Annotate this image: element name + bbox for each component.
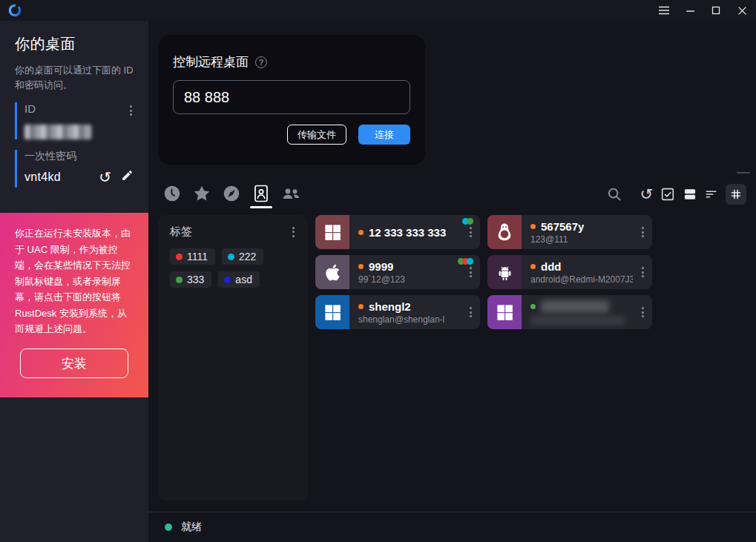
peer-tag-dots bbox=[464, 218, 473, 225]
view-grid-button[interactable] bbox=[726, 184, 746, 205]
minimize-button[interactable] bbox=[682, 2, 698, 19]
tag-label: 333 bbox=[187, 274, 204, 285]
peer-card[interactable]: shengl2shenglan@shenglan-l bbox=[315, 295, 480, 329]
help-icon[interactable]: ? bbox=[255, 56, 267, 68]
tag-pill[interactable]: 333 bbox=[170, 271, 211, 288]
tab-address-book[interactable] bbox=[252, 184, 270, 208]
peer-name-redacted bbox=[541, 300, 609, 313]
tags-panel: 标签 1111222333asd bbox=[158, 215, 308, 500]
tag-color-dot bbox=[176, 254, 183, 260]
id-section: ID bbox=[15, 102, 134, 139]
password-section: 一次性密码 vnt4kd ↺ bbox=[15, 150, 134, 188]
control-remote-desktop-card: 控制远程桌面 ? 传输文件 连接 bbox=[158, 35, 425, 165]
tab-recent-sessions[interactable] bbox=[163, 184, 181, 208]
sidebar-title: 你的桌面 bbox=[15, 34, 134, 54]
kebab-menu-icon bbox=[468, 305, 473, 319]
peer-card[interactable] bbox=[487, 295, 652, 329]
peer-menu-button[interactable] bbox=[640, 305, 645, 319]
peer-name: 567567y bbox=[541, 220, 584, 233]
sidebar-description: 你的桌面可以通过下面的 ID 和密码访问。 bbox=[15, 63, 134, 92]
kebab-menu-icon bbox=[468, 225, 473, 239]
transfer-file-button[interactable]: 传输文件 bbox=[287, 125, 346, 145]
main-panel: 控制远程桌面 ? 传输文件 连接 bbox=[148, 21, 756, 542]
tags-menu-button[interactable] bbox=[291, 225, 296, 239]
peer-menu-button[interactable] bbox=[468, 225, 473, 239]
id-menu-button[interactable] bbox=[128, 104, 134, 117]
peer-menu-button[interactable] bbox=[640, 225, 645, 239]
sort-button[interactable] bbox=[704, 187, 719, 202]
peer-menu-button[interactable] bbox=[468, 265, 473, 279]
search-button[interactable] bbox=[606, 186, 622, 202]
windows-icon bbox=[315, 215, 349, 249]
tag-color-dot bbox=[176, 277, 183, 283]
peer-subtitle: android@Redmi-M2007J3SC bbox=[530, 274, 633, 285]
install-button[interactable]: 安装 bbox=[20, 348, 128, 378]
id-label: ID bbox=[24, 102, 134, 115]
android-icon bbox=[487, 255, 522, 289]
kebab-menu-icon bbox=[468, 265, 473, 279]
kebab-menu-icon bbox=[128, 104, 134, 117]
refresh-password-icon[interactable]: ↺ bbox=[99, 170, 111, 185]
tag-pill[interactable]: 1111 bbox=[170, 248, 215, 265]
warning-text: 你正在运行未安装版本，由于 UAC 限制，作为被控端，会在某些情况下无法控制鼠标… bbox=[15, 228, 131, 334]
peer-menu-button[interactable] bbox=[640, 265, 645, 279]
tag-color-dot bbox=[224, 277, 231, 283]
statusbar: 就绪 bbox=[148, 512, 756, 542]
install-warning-banner: 你正在运行未安装版本，由于 UAC 限制，作为被控端，会在某些情况下无法控制鼠标… bbox=[0, 213, 148, 397]
kebab-menu-icon bbox=[640, 305, 645, 319]
password-value: vnt4kd bbox=[24, 171, 61, 184]
peer-grid: 12 333 333 333567567y123@111999999`12@12… bbox=[315, 215, 652, 500]
clock-icon bbox=[162, 184, 182, 203]
edit-password-icon[interactable] bbox=[121, 169, 134, 185]
peer-name: ddd bbox=[541, 260, 562, 273]
star-icon bbox=[192, 184, 211, 203]
password-label: 一次性密码 bbox=[24, 150, 134, 163]
id-value-redacted bbox=[24, 125, 91, 139]
tag-pill[interactable]: 222 bbox=[222, 248, 263, 265]
peer-status-dot bbox=[358, 304, 364, 309]
tag-label: 1111 bbox=[187, 251, 208, 262]
checkbox-icon bbox=[660, 186, 676, 202]
sort-icon bbox=[704, 187, 719, 202]
cards-view-icon bbox=[683, 187, 697, 202]
scrollbar-thumb[interactable] bbox=[737, 172, 750, 173]
tab-discovered[interactable] bbox=[223, 184, 240, 208]
connect-button[interactable]: 连接 bbox=[358, 125, 410, 145]
status-dot bbox=[165, 523, 172, 531]
tag-pill[interactable]: asd bbox=[218, 271, 260, 288]
tag-label: 222 bbox=[239, 251, 256, 262]
refresh-peers-icon[interactable]: ↺ bbox=[640, 187, 653, 202]
people-icon bbox=[280, 184, 301, 203]
peer-card[interactable]: 12 333 333 333 bbox=[315, 215, 480, 249]
kebab-menu-icon bbox=[640, 225, 645, 239]
menu-hamburger-icon[interactable] bbox=[656, 2, 672, 19]
peer-subtitle: 99`12@123 bbox=[358, 274, 461, 285]
peer-card[interactable]: 567567y123@111 bbox=[487, 215, 652, 249]
peer-subtitle: shenglan@shenglan-l bbox=[358, 314, 461, 325]
status-text: 就绪 bbox=[181, 520, 202, 534]
windows-icon bbox=[315, 295, 349, 329]
peer-name: 9999 bbox=[369, 260, 393, 273]
peer-card[interactable]: 999999`12@123 bbox=[315, 255, 480, 289]
peer-menu-button[interactable] bbox=[468, 305, 473, 319]
view-cards-button[interactable] bbox=[683, 187, 697, 202]
tag-label: asd bbox=[235, 274, 252, 285]
remote-id-input[interactable] bbox=[173, 80, 410, 114]
peer-status-dot bbox=[358, 230, 364, 235]
active-tab-underline bbox=[250, 206, 272, 208]
windows-icon bbox=[487, 295, 522, 329]
tab-groups[interactable] bbox=[282, 184, 300, 208]
search-icon bbox=[606, 186, 622, 202]
tag-color-dot bbox=[228, 254, 234, 260]
peer-card[interactable]: dddandroid@Redmi-M2007J3SC bbox=[487, 255, 652, 289]
remote-card-title: 控制远程桌面 bbox=[173, 53, 249, 70]
select-peers-button[interactable] bbox=[660, 186, 676, 202]
tab-favorites[interactable] bbox=[193, 184, 211, 208]
peer-name: shengl2 bbox=[369, 300, 411, 313]
peer-status-dot bbox=[358, 264, 364, 269]
grid-icon bbox=[729, 188, 743, 201]
close-button[interactable] bbox=[734, 2, 750, 19]
peer-subtitle: 123@111 bbox=[530, 234, 633, 245]
titlebar bbox=[0, 0, 756, 21]
maximize-button[interactable] bbox=[708, 2, 724, 19]
